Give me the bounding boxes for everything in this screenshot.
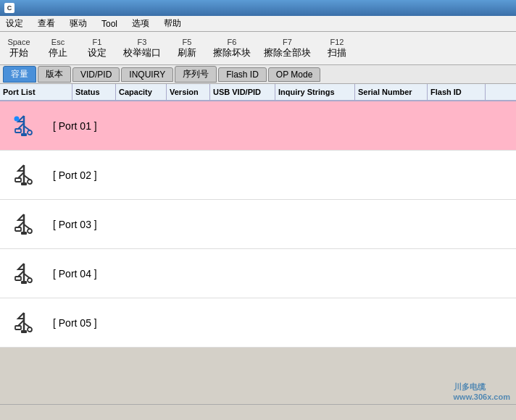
- usb-icon-04: [0, 261, 47, 287]
- port-row-02[interactable]: [ Port 02 ]: [0, 151, 516, 200]
- port-row-04[interactable]: [ Port 04 ]: [0, 249, 516, 298]
- port-label-04: [ Port 04 ]: [47, 268, 97, 280]
- watermark: 川多电缆www.306x.com: [454, 382, 510, 401]
- menu-bar: 设定查看驱动Tool选项帮助: [0, 16, 516, 32]
- svg-rect-26: [21, 281, 27, 284]
- svg-rect-16: [15, 227, 21, 231]
- col-header-flash-id: Flash ID: [428, 84, 486, 100]
- column-headers: Port ListStatusCapacityVersionUSB VID/PI…: [0, 84, 516, 101]
- toolbar-label: 刷新: [178, 46, 196, 59]
- toolbar-label: 校举端口: [123, 46, 161, 59]
- tab-row: 容量版本VID/PIDINQUIRY序列号Flash IDOP Mode: [0, 65, 516, 84]
- toolbar-key: F6: [228, 38, 237, 46]
- port-row-05[interactable]: [ Port 05 ]: [0, 298, 516, 348]
- toolbar-label: 擦除坏块: [213, 46, 251, 59]
- svg-rect-19: [21, 232, 27, 235]
- toolbar-label: 设定: [88, 46, 107, 59]
- status-bar: [0, 404, 516, 420]
- tab-INQUIRY[interactable]: INQUIRY: [121, 67, 173, 82]
- toolbar-label: 扫描: [328, 46, 346, 59]
- port-row-03[interactable]: [ Port 03 ]: [0, 200, 516, 249]
- col-header-version: Version: [167, 84, 210, 100]
- toolbar-item-擦除全部块[interactable]: F7擦除全部块: [264, 38, 311, 59]
- svg-point-6: [14, 116, 19, 121]
- port-label-01: [ Port 01 ]: [47, 120, 97, 132]
- toolbar-key: F7: [283, 38, 292, 46]
- svg-rect-9: [15, 178, 21, 182]
- col-header-status: Status: [72, 84, 116, 100]
- col-header-serial-number: Serial Number: [355, 84, 428, 100]
- port-label-05: [ Port 05 ]: [47, 317, 97, 329]
- menu-item-选项[interactable]: 选项: [129, 17, 152, 30]
- tab-容量[interactable]: 容量: [3, 66, 36, 83]
- toolbar-key: F1: [93, 38, 102, 46]
- toolbar-key: Space: [7, 38, 30, 46]
- usb-icon-03: [0, 211, 47, 238]
- app-icon: C: [4, 3, 14, 13]
- usb-icon-02: [0, 162, 47, 188]
- toolbar-key: F3: [138, 38, 147, 46]
- svg-point-11: [28, 180, 32, 184]
- tab-序列号[interactable]: 序列号: [175, 66, 217, 83]
- menu-item-设定[interactable]: 设定: [3, 17, 26, 30]
- port-list: [ Port 01 ] [ Port 02 ] [ Port 03 ]: [0, 101, 516, 348]
- tab-VID/PID[interactable]: VID/PID: [72, 67, 120, 82]
- menu-item-驱动[interactable]: 驱动: [67, 17, 90, 30]
- port-label-02: [ Port 02 ]: [47, 169, 97, 181]
- svg-point-32: [28, 327, 32, 332]
- svg-rect-23: [15, 277, 21, 280]
- toolbar-item-校举端口[interactable]: F3校举端口: [123, 38, 161, 59]
- svg-point-4: [28, 130, 32, 135]
- usb-icon-05: [0, 310, 47, 336]
- col-header-usb-vid/pid: USB VID/PID: [210, 84, 275, 100]
- toolbar-item-开始[interactable]: Space开始: [6, 38, 32, 59]
- svg-rect-5: [21, 133, 27, 136]
- toolbar-label: 开始: [9, 46, 28, 59]
- menu-item-帮助[interactable]: 帮助: [161, 17, 184, 30]
- toolbar-item-设定[interactable]: F1设定: [84, 38, 110, 59]
- svg-rect-2: [15, 129, 21, 133]
- toolbar-label: 擦除全部块: [264, 46, 311, 59]
- toolbar: Space开始Esc停止F1设定F3校举端口F5刷新F6擦除坏块F7擦除全部块F…: [0, 32, 516, 65]
- toolbar-item-扫描[interactable]: F12扫描: [324, 38, 350, 59]
- col-header-inquiry-strings: Inquiry Strings: [275, 84, 355, 100]
- toolbar-item-刷新[interactable]: F5刷新: [174, 38, 200, 59]
- toolbar-item-擦除坏块[interactable]: F6擦除坏块: [213, 38, 251, 59]
- col-header-port-list: Port List: [0, 84, 72, 100]
- tab-OP Mode[interactable]: OP Mode: [268, 67, 320, 82]
- tab-版本[interactable]: 版本: [38, 66, 71, 83]
- svg-rect-33: [21, 330, 27, 333]
- menu-item-查看[interactable]: 查看: [35, 17, 58, 30]
- toolbar-key: Esc: [51, 38, 64, 46]
- port-row-01[interactable]: [ Port 01 ]: [0, 101, 516, 151]
- toolbar-item-停止[interactable]: Esc停止: [45, 38, 71, 59]
- port-label-03: [ Port 03 ]: [47, 219, 97, 230]
- svg-point-25: [28, 278, 32, 282]
- title-bar: C: [0, 0, 516, 16]
- svg-rect-12: [21, 182, 27, 185]
- tab-Flash ID[interactable]: Flash ID: [218, 67, 267, 82]
- toolbar-key: F12: [330, 38, 344, 46]
- toolbar-label: 停止: [49, 46, 67, 59]
- menu-item-Tool[interactable]: Tool: [99, 18, 120, 30]
- usb-icon-01: [0, 113, 47, 139]
- toolbar-key: F5: [183, 38, 192, 46]
- col-header-capacity: Capacity: [116, 84, 167, 100]
- svg-point-18: [28, 229, 32, 233]
- svg-rect-30: [15, 326, 21, 329]
